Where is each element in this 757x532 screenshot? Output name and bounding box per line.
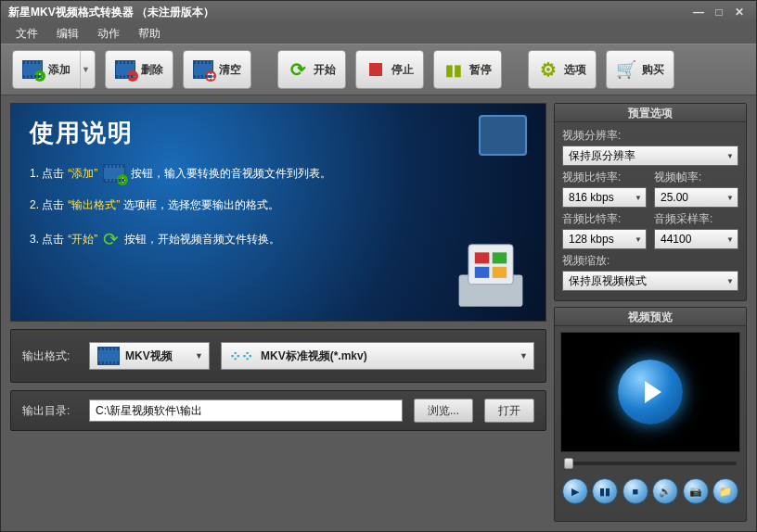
- svg-rect-5: [493, 267, 507, 278]
- dots-icon: ⁘⁘: [229, 348, 253, 365]
- film-icon: [97, 347, 120, 365]
- film-add-icon: +: [22, 59, 43, 80]
- svg-rect-4: [475, 267, 489, 278]
- minimize-button[interactable]: —: [689, 5, 708, 19]
- close-button[interactable]: ✕: [730, 5, 749, 19]
- video-scale-select[interactable]: 保持原视频模式▼: [562, 271, 738, 291]
- film-decor-icon: [479, 115, 527, 156]
- video-preview-header: 视频预览: [555, 308, 746, 326]
- output-dir-input[interactable]: [89, 399, 403, 422]
- options-button[interactable]: ⚙ 选项: [528, 50, 597, 89]
- preset-panel: 预置选项 视频分辨率: 保持原分辨率▼ 视频比特率: 816 kbps▼ 视频帧…: [554, 103, 747, 301]
- output-dir-row: 输出目录: 浏览... 打开: [10, 390, 546, 431]
- buy-button[interactable]: 🛒 购买: [606, 50, 674, 89]
- chevron-down-icon: ▼: [520, 351, 528, 361]
- player-controls: ▶ ▮▮ ■ 🔊 📷 📁: [560, 475, 740, 506]
- pause-icon: ▮▮: [443, 59, 464, 80]
- preset-header: 预置选项: [555, 104, 746, 122]
- toolbar: + 添加 ▼ − 删除 ✖ 清空 ⟳ 开始 停止 ▮▮ 暂停 ⚙ 选项 🛒 购买: [1, 44, 756, 95]
- stop-button[interactable]: 停止: [355, 50, 424, 89]
- audio-samplerate-label: 音频采样率:: [654, 211, 738, 227]
- disc-decor-icon: [451, 232, 531, 311]
- title-bar: 新星MKV视频格式转换器 （未注册版本） — □ ✕: [1, 1, 756, 23]
- audio-bitrate-label: 音频比特率:: [562, 211, 647, 227]
- maximize-button[interactable]: □: [710, 5, 728, 19]
- film-delete-icon: −: [115, 59, 135, 80]
- start-button[interactable]: ⟳ 开始: [277, 50, 346, 89]
- output-format-label: 输出格式:: [22, 348, 78, 364]
- stop-icon: [366, 59, 386, 80]
- video-preview-panel: 视频预览 ▶ ▮▮ ■ 🔊 📷 📁: [554, 307, 747, 522]
- delete-button[interactable]: − 删除: [105, 50, 173, 89]
- guide-step-2: 2. 点击“输出格式”选项框，选择您要输出的格式。: [30, 197, 527, 213]
- video-resolution-select[interactable]: 保持原分辨率▼: [562, 146, 738, 166]
- menu-help[interactable]: 帮助: [129, 24, 170, 44]
- output-profile-select[interactable]: ⁘⁘ MKV标准视频(*.mkv) ▼: [221, 342, 534, 370]
- guide-title: 使用说明: [30, 117, 527, 149]
- guide-step-1: 1. 点击“添加” + 按钮，输入要转换的音视频文件到列表。: [30, 164, 527, 183]
- folder-button[interactable]: 📁: [712, 478, 738, 504]
- svg-rect-1: [468, 245, 513, 285]
- guide-panel: 使用说明 1. 点击“添加” + 按钮，输入要转换的音视频文件到列表。 2. 点…: [10, 103, 546, 322]
- snapshot-button[interactable]: 📷: [683, 478, 709, 504]
- video-bitrate-label: 视频比特率:: [562, 170, 647, 185]
- video-bitrate-select[interactable]: 816 kbps▼: [562, 187, 647, 208]
- mute-button[interactable]: 🔊: [652, 478, 678, 504]
- clear-button[interactable]: ✖ 清空: [183, 50, 251, 89]
- pause-button[interactable]: ▮▮ 暂停: [433, 50, 502, 89]
- video-fps-select[interactable]: 25.00▼: [654, 187, 738, 208]
- play-button[interactable]: ▶: [562, 478, 588, 504]
- add-button[interactable]: + 添加 ▼: [12, 50, 96, 89]
- menu-action[interactable]: 动作: [88, 24, 129, 44]
- open-button[interactable]: 打开: [484, 399, 534, 423]
- output-dir-label: 输出目录:: [22, 403, 78, 419]
- svg-rect-2: [475, 252, 489, 263]
- output-format-row: 输出格式: MKV视频 ▼ ⁘⁘ MKV标准视频(*.mkv) ▼: [10, 329, 546, 383]
- gear-icon: ⚙: [538, 59, 558, 80]
- seek-slider[interactable]: [560, 456, 740, 471]
- video-resolution-label: 视频分辨率:: [562, 128, 738, 144]
- browse-button[interactable]: 浏览...: [414, 399, 473, 423]
- chevron-down-icon: ▼: [80, 51, 91, 88]
- audio-samplerate-select[interactable]: 44100▼: [654, 229, 738, 249]
- audio-bitrate-select[interactable]: 128 kbps▼: [562, 229, 647, 249]
- video-fps-label: 视频帧率:: [654, 170, 738, 185]
- stop-button[interactable]: ■: [622, 478, 648, 504]
- refresh-icon: ⟳: [103, 228, 119, 250]
- output-category-select[interactable]: MKV视频 ▼: [89, 342, 210, 370]
- svg-rect-3: [493, 252, 507, 263]
- video-preview-area: [560, 332, 740, 452]
- play-overlay-icon[interactable]: [618, 360, 683, 424]
- pause-button[interactable]: ▮▮: [592, 478, 618, 504]
- film-add-icon: +: [103, 164, 125, 183]
- chevron-down-icon: ▼: [195, 351, 203, 361]
- cart-icon: 🛒: [616, 59, 636, 80]
- menu-file[interactable]: 文件: [6, 24, 47, 44]
- menu-edit[interactable]: 编辑: [47, 24, 88, 44]
- refresh-icon: ⟳: [288, 59, 308, 80]
- video-scale-label: 视频缩放:: [562, 253, 738, 269]
- app-title: 新星MKV视频格式转换器 （未注册版本）: [8, 5, 214, 20]
- film-clear-icon: ✖: [193, 59, 213, 80]
- menu-bar: 文件 编辑 动作 帮助: [1, 23, 756, 44]
